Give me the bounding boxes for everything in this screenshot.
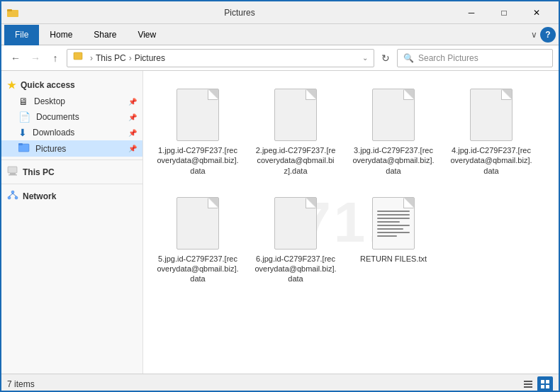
title-bar: Pictures ─ □ ✕ [1, 1, 559, 24]
this-pc-header[interactable]: This PC [1, 163, 142, 181]
sidebar-item-downloads[interactable]: ⬇ Downloads 📌 [1, 125, 142, 140]
svg-rect-15 [524, 386, 532, 388]
file-icon-2 [271, 86, 320, 142]
sidebar-divider-2 [1, 184, 142, 184]
pin-icon-pictures: 📌 [128, 145, 137, 152]
address-bar: ← → ↑ › This PC › Pictures ⌄ ↻ 🔍 Search … [1, 45, 559, 71]
sidebar: ★ Quick access 🖥 Desktop 📌 📄 Documents 📌… [1, 71, 143, 374]
folder-icon [7, 7, 18, 18]
window-title: Pictures [24, 8, 455, 18]
sidebar-desktop-label: Desktop [34, 96, 65, 106]
svg-line-12 [13, 194, 16, 196]
file-item-1[interactable]: 1.jpg.id-C279F237.[recoverydata@qbmail.b… [152, 79, 244, 182]
minimize-button[interactable]: ─ [455, 1, 488, 24]
path-sep-2: › [129, 53, 132, 63]
file-icon-5 [173, 194, 223, 251]
item-count: 7 items [7, 379, 35, 389]
list-view-button[interactable] [520, 376, 536, 392]
tab-file[interactable]: File [4, 25, 39, 45]
file-item-3[interactable]: 3.jpg.id-C279F237.[recoverydata@qbmail.b… [347, 79, 439, 182]
downloads-icon: ⬇ [18, 127, 27, 138]
main-layout: ★ Quick access 🖥 Desktop 📌 📄 Documents 📌… [1, 71, 559, 374]
sidebar-item-documents[interactable]: 📄 Documents 📌 [1, 109, 142, 125]
sidebar-pictures-label: Pictures [35, 144, 66, 154]
svg-rect-13 [524, 381, 532, 382]
forward-button[interactable]: → [27, 50, 44, 67]
quick-access-header[interactable]: ★ Quick access [1, 77, 142, 94]
desktop-icon: 🖥 [18, 96, 28, 107]
pin-icon-documents: 📌 [128, 113, 137, 121]
file-area: 711 1.jpg.id-C279F237.[recoverydata@qbma… [143, 71, 559, 374]
up-button[interactable]: ↑ [47, 50, 64, 67]
file-label-5: 5.jpg.id-C279F237.[recoverydata@qbmail.b… [157, 254, 239, 284]
svg-rect-7 [9, 174, 17, 176]
sidebar-divider-1 [1, 159, 142, 160]
file-label-1: 1.jpg.id-C279F237.[recoverydata@qbmail.b… [157, 145, 239, 176]
back-button[interactable]: ← [7, 50, 24, 67]
search-placeholder: Search Pictures [418, 53, 478, 63]
search-box[interactable]: 🔍 Search Pictures [397, 49, 553, 67]
file-label-2: 2.jpeg.id-C279F237.[recoverydata@qbmail.… [254, 145, 337, 176]
path-pictures[interactable]: Pictures [135, 53, 165, 63]
path-dropdown-icon[interactable]: ⌄ [362, 54, 368, 62]
svg-rect-14 [524, 383, 532, 385]
status-bar: 7 items [1, 374, 559, 392]
file-item-7[interactable]: RETURN FILES.txt [347, 188, 439, 291]
path-sep-1: › [90, 53, 93, 63]
this-pc-label: This PC [23, 167, 55, 177]
file-label-7: RETURN FILES.txt [360, 254, 427, 264]
file-icon-3 [369, 86, 418, 142]
tab-share[interactable]: Share [83, 24, 127, 45]
pin-icon-downloads: 📌 [128, 129, 137, 137]
close-button[interactable]: ✕ [520, 1, 553, 24]
path-home-icon [73, 52, 83, 64]
sidebar-item-pictures[interactable]: Pictures 📌 [1, 140, 142, 157]
files-grid: 1.jpg.id-C279F237.[recoverydata@qbmail.b… [152, 79, 550, 291]
sidebar-item-desktop[interactable]: 🖥 Desktop 📌 [1, 94, 142, 109]
file-item-6[interactable]: 6.jpg.id-C279F237.[recoverydata@qbmail.b… [250, 188, 342, 291]
file-item-2[interactable]: 2.jpeg.id-C279F237.[recoverydata@qbmail.… [250, 79, 342, 182]
svg-line-11 [9, 194, 13, 196]
file-icon-6 [271, 194, 320, 251]
file-item-5[interactable]: 5.jpg.id-C279F237.[recoverydata@qbmail.b… [152, 188, 244, 291]
svg-point-9 [8, 196, 11, 199]
path-this-pc[interactable]: This PC [96, 53, 126, 63]
file-item-4[interactable]: 4.jpg.id-C279F237.[recoverydata@qbmail.b… [445, 79, 537, 182]
svg-rect-2 [74, 52, 82, 60]
list-view-icon [523, 379, 533, 389]
svg-rect-16 [541, 380, 544, 383]
file-label-4: 4.jpg.id-C279F237.[recoverydata@qbmail.b… [450, 145, 532, 176]
ribbon-chevron-area: ∨ ? [531, 27, 556, 43]
star-icon: ★ [7, 79, 16, 91]
help-button[interactable]: ? [540, 27, 556, 43]
svg-rect-18 [541, 385, 544, 388]
sidebar-downloads-label: Downloads [33, 128, 74, 138]
svg-rect-19 [546, 385, 549, 388]
window-controls: ─ □ ✕ [455, 1, 553, 24]
svg-rect-17 [546, 380, 549, 383]
collapse-icon[interactable]: ∨ [531, 30, 537, 40]
network-label: Network [23, 191, 56, 201]
file-icon-7 [369, 194, 418, 251]
network-icon [7, 190, 18, 202]
address-path[interactable]: › This PC › Pictures ⌄ [67, 49, 374, 67]
this-pc-icon [7, 166, 18, 178]
svg-rect-1 [7, 9, 12, 11]
search-icon: 🔍 [403, 53, 414, 63]
ribbon-tabs: File Home Share View ∨ ? [1, 24, 559, 45]
network-header[interactable]: Network [1, 187, 142, 205]
maximize-button[interactable]: □ [488, 1, 520, 24]
svg-rect-5 [8, 167, 17, 173]
svg-rect-4 [18, 143, 23, 145]
file-label-3: 3.jpg.id-C279F237.[recoverydata@qbmail.b… [352, 145, 435, 176]
tab-view[interactable]: View [127, 24, 167, 45]
status-bar-right [520, 376, 553, 392]
refresh-button[interactable]: ↻ [377, 50, 394, 67]
svg-point-10 [15, 196, 18, 199]
file-icon-4 [466, 86, 516, 142]
sidebar-documents-label: Documents [36, 112, 79, 122]
tab-home[interactable]: Home [39, 24, 83, 45]
icon-view-icon [540, 379, 550, 389]
icon-view-button[interactable] [537, 376, 553, 392]
pictures-folder-icon [18, 142, 30, 155]
